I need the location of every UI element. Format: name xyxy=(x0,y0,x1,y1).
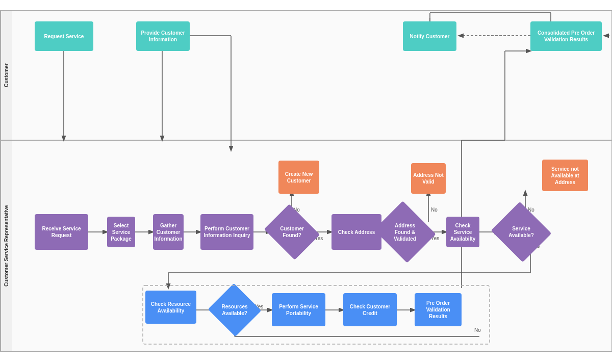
swimlane-customer-label: Customer xyxy=(1,11,12,140)
node-perform-customer-inquiry: Perform Customer Information Inquiry xyxy=(200,214,253,250)
node-consolidated-pre-order: Consolidated Pre Order Validation Result… xyxy=(530,21,602,51)
node-address-found-validated: Address Found & Validated xyxy=(381,212,428,252)
label-no-resources: No xyxy=(474,327,481,333)
node-perform-service-portability: Perform Service Portability xyxy=(272,293,325,326)
node-select-service-package: Select Service Package xyxy=(107,217,135,247)
node-receive-service-request: Receive Service Request xyxy=(35,214,88,250)
label-no-address: No xyxy=(431,207,438,213)
node-address-not-valid: Address Not Valid xyxy=(411,163,446,194)
node-gather-customer-info: Gather Customer Information xyxy=(153,214,184,250)
node-notify-customer: Notify Customer xyxy=(403,21,456,51)
node-service-available: Service Available? xyxy=(499,212,544,252)
node-service-not-available: Service not Available at Address xyxy=(542,160,588,191)
node-create-new-customer: Create New Customer xyxy=(278,161,319,194)
node-check-resource-availability: Check Resource Availability xyxy=(145,291,196,324)
node-pre-order-validation-results: Pre Order Validation Results xyxy=(415,293,462,326)
node-check-customer-credit: Check Customer Credit xyxy=(343,293,397,326)
node-customer-found: Customer Found? xyxy=(270,214,314,250)
swimlane-csr-label: Customer Service Representative xyxy=(1,141,12,351)
node-request-service: Request Service xyxy=(35,21,93,51)
node-provide-customer-info: Provide Customer information xyxy=(136,21,190,51)
node-resources-available: Resources Available? xyxy=(215,292,254,328)
diagram-container: Customer Customer Service Representative xyxy=(0,0,612,364)
node-check-service-availability: Check Service Availabilty xyxy=(446,217,479,247)
node-check-address: Check Address xyxy=(332,214,381,250)
